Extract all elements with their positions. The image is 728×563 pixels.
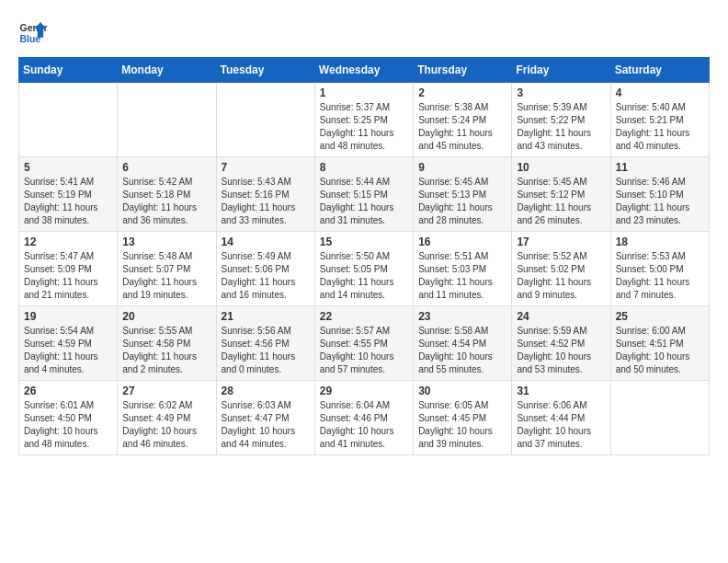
day-number: 23: [418, 310, 506, 323]
day-info: Sunrise: 5:46 AM Sunset: 5:10 PM Dayligh…: [616, 176, 704, 227]
calendar-cell: 28Sunrise: 6:03 AM Sunset: 4:47 PM Dayli…: [216, 381, 314, 455]
day-info: Sunrise: 5:38 AM Sunset: 5:24 PM Dayligh…: [418, 101, 506, 153]
day-number: 13: [122, 236, 210, 248]
day-number: 28: [222, 385, 310, 397]
day-header-saturday: Saturday: [610, 58, 709, 83]
day-info: Sunrise: 5:45 AM Sunset: 5:13 PM Dayligh…: [418, 176, 506, 227]
calendar-body: 1Sunrise: 5:37 AM Sunset: 5:25 PM Daylig…: [19, 83, 710, 455]
day-number: 15: [320, 236, 408, 248]
calendar-cell: 25Sunrise: 6:00 AM Sunset: 4:51 PM Dayli…: [610, 306, 709, 381]
day-number: 22: [320, 310, 408, 323]
day-number: 17: [517, 236, 605, 248]
day-info: Sunrise: 5:50 AM Sunset: 5:05 PM Dayligh…: [320, 250, 408, 302]
day-number: 12: [24, 236, 112, 248]
day-number: 27: [122, 385, 210, 397]
calendar-cell: 20Sunrise: 5:55 AM Sunset: 4:58 PM Dayli…: [118, 306, 216, 381]
calendar-cell: 24Sunrise: 5:59 AM Sunset: 4:52 PM Dayli…: [512, 306, 610, 381]
calendar-cell: 2Sunrise: 5:38 AM Sunset: 5:24 PM Daylig…: [414, 83, 512, 157]
day-number: 7: [222, 161, 310, 174]
calendar-cell: 14Sunrise: 5:49 AM Sunset: 5:06 PM Dayli…: [216, 232, 314, 306]
day-header-thursday: Thursday: [414, 58, 512, 83]
day-header-wednesday: Wednesday: [314, 58, 413, 83]
calendar-cell: [610, 381, 709, 455]
calendar-cell: 5Sunrise: 5:41 AM Sunset: 5:19 PM Daylig…: [19, 157, 118, 232]
page-header: General Blue: [18, 18, 710, 48]
day-info: Sunrise: 5:37 AM Sunset: 5:25 PM Dayligh…: [320, 101, 408, 153]
day-number: 25: [616, 310, 704, 323]
day-number: 30: [418, 385, 506, 397]
day-number: 19: [24, 310, 112, 323]
day-number: 18: [616, 236, 704, 248]
calendar-week-2: 12Sunrise: 5:47 AM Sunset: 5:09 PM Dayli…: [19, 232, 710, 306]
calendar-cell: 8Sunrise: 5:44 AM Sunset: 5:15 PM Daylig…: [314, 157, 413, 232]
day-number: 16: [418, 236, 506, 248]
day-number: 10: [517, 161, 605, 174]
day-number: 29: [320, 385, 408, 397]
calendar-cell: 22Sunrise: 5:57 AM Sunset: 4:55 PM Dayli…: [314, 306, 413, 381]
calendar-cell: 29Sunrise: 6:04 AM Sunset: 4:46 PM Dayli…: [314, 381, 413, 455]
day-info: Sunrise: 5:42 AM Sunset: 5:18 PM Dayligh…: [122, 176, 210, 227]
calendar-header-row: SundayMondayTuesdayWednesdayThursdayFrid…: [19, 58, 710, 83]
calendar-cell: 30Sunrise: 6:05 AM Sunset: 4:45 PM Dayli…: [414, 381, 512, 455]
calendar-week-3: 19Sunrise: 5:54 AM Sunset: 4:59 PM Dayli…: [19, 306, 710, 381]
calendar-cell: 7Sunrise: 5:43 AM Sunset: 5:16 PM Daylig…: [216, 157, 314, 232]
day-number: 11: [616, 161, 704, 174]
calendar-cell: 26Sunrise: 6:01 AM Sunset: 4:50 PM Dayli…: [19, 381, 118, 455]
day-info: Sunrise: 5:58 AM Sunset: 4:54 PM Dayligh…: [418, 325, 506, 376]
calendar-cell: [19, 83, 118, 157]
day-number: 9: [418, 161, 506, 174]
calendar-cell: 27Sunrise: 6:02 AM Sunset: 4:49 PM Dayli…: [118, 381, 216, 455]
calendar-cell: 31Sunrise: 6:06 AM Sunset: 4:44 PM Dayli…: [512, 381, 610, 455]
day-number: 31: [517, 385, 605, 397]
calendar-cell: 12Sunrise: 5:47 AM Sunset: 5:09 PM Dayli…: [19, 232, 118, 306]
calendar-cell: 16Sunrise: 5:51 AM Sunset: 5:03 PM Dayli…: [414, 232, 512, 306]
calendar-cell: 6Sunrise: 5:42 AM Sunset: 5:18 PM Daylig…: [118, 157, 216, 232]
calendar-cell: 17Sunrise: 5:52 AM Sunset: 5:02 PM Dayli…: [512, 232, 610, 306]
day-header-friday: Friday: [512, 58, 610, 83]
day-number: 1: [320, 86, 408, 99]
logo: General Blue: [18, 18, 51, 48]
day-number: 8: [320, 161, 408, 174]
calendar-week-1: 5Sunrise: 5:41 AM Sunset: 5:19 PM Daylig…: [19, 157, 710, 232]
calendar-cell: [118, 83, 216, 157]
day-info: Sunrise: 5:52 AM Sunset: 5:02 PM Dayligh…: [517, 250, 605, 302]
day-header-monday: Monday: [118, 58, 216, 83]
calendar-cell: 11Sunrise: 5:46 AM Sunset: 5:10 PM Dayli…: [610, 157, 709, 232]
day-info: Sunrise: 5:57 AM Sunset: 4:55 PM Dayligh…: [320, 325, 408, 376]
day-info: Sunrise: 5:40 AM Sunset: 5:21 PM Dayligh…: [616, 101, 704, 153]
day-info: Sunrise: 6:01 AM Sunset: 4:50 PM Dayligh…: [24, 399, 112, 451]
calendar-cell: 1Sunrise: 5:37 AM Sunset: 5:25 PM Daylig…: [314, 83, 413, 157]
calendar-week-4: 26Sunrise: 6:01 AM Sunset: 4:50 PM Dayli…: [19, 381, 710, 455]
day-number: 6: [122, 161, 210, 174]
day-info: Sunrise: 5:45 AM Sunset: 5:12 PM Dayligh…: [517, 176, 605, 227]
day-info: Sunrise: 5:41 AM Sunset: 5:19 PM Dayligh…: [24, 176, 112, 227]
day-info: Sunrise: 5:53 AM Sunset: 5:00 PM Dayligh…: [616, 250, 704, 302]
day-info: Sunrise: 5:47 AM Sunset: 5:09 PM Dayligh…: [24, 250, 112, 302]
day-number: 26: [24, 385, 112, 397]
day-info: Sunrise: 6:05 AM Sunset: 4:45 PM Dayligh…: [418, 399, 506, 451]
day-number: 2: [418, 86, 506, 99]
day-info: Sunrise: 5:59 AM Sunset: 4:52 PM Dayligh…: [517, 325, 605, 376]
calendar-cell: 13Sunrise: 5:48 AM Sunset: 5:07 PM Dayli…: [118, 232, 216, 306]
calendar-cell: 3Sunrise: 5:39 AM Sunset: 5:22 PM Daylig…: [512, 83, 610, 157]
calendar-cell: 19Sunrise: 5:54 AM Sunset: 4:59 PM Dayli…: [19, 306, 118, 381]
day-number: 20: [122, 310, 210, 323]
day-header-tuesday: Tuesday: [216, 58, 314, 83]
day-number: 14: [222, 236, 310, 248]
calendar-cell: 9Sunrise: 5:45 AM Sunset: 5:13 PM Daylig…: [414, 157, 512, 232]
day-number: 21: [222, 310, 310, 323]
calendar-cell: 23Sunrise: 5:58 AM Sunset: 4:54 PM Dayli…: [414, 306, 512, 381]
calendar-cell: 10Sunrise: 5:45 AM Sunset: 5:12 PM Dayli…: [512, 157, 610, 232]
calendar-cell: 21Sunrise: 5:56 AM Sunset: 4:56 PM Dayli…: [216, 306, 314, 381]
day-info: Sunrise: 6:00 AM Sunset: 4:51 PM Dayligh…: [616, 325, 704, 376]
day-info: Sunrise: 6:02 AM Sunset: 4:49 PM Dayligh…: [122, 399, 210, 451]
day-info: Sunrise: 5:48 AM Sunset: 5:07 PM Dayligh…: [122, 250, 210, 302]
day-info: Sunrise: 5:55 AM Sunset: 4:58 PM Dayligh…: [122, 325, 210, 376]
calendar-week-0: 1Sunrise: 5:37 AM Sunset: 5:25 PM Daylig…: [19, 83, 710, 157]
calendar-table: SundayMondayTuesdayWednesdayThursdayFrid…: [18, 57, 710, 455]
day-number: 3: [517, 86, 605, 99]
day-header-sunday: Sunday: [19, 58, 118, 83]
day-number: 5: [24, 161, 112, 174]
day-info: Sunrise: 5:56 AM Sunset: 4:56 PM Dayligh…: [222, 325, 310, 376]
day-info: Sunrise: 6:03 AM Sunset: 4:47 PM Dayligh…: [222, 399, 310, 451]
